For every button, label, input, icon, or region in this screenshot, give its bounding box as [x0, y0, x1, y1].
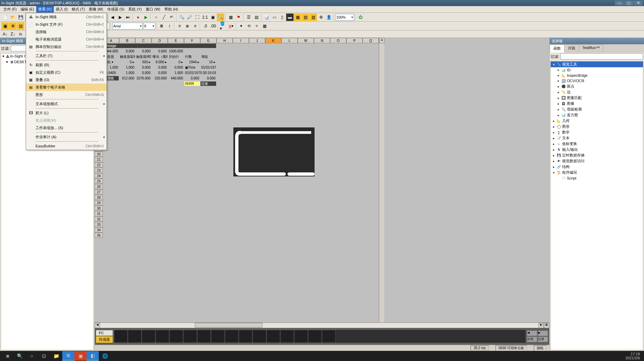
tool-tree-item[interactable]: ▸👁视觉数据访问: [551, 158, 643, 164]
cell[interactable]: [200, 87, 216, 92]
cell[interactable]: [168, 168, 184, 173]
palette-tab[interactable]: 函数: [550, 45, 565, 52]
cell[interactable]: [216, 119, 233, 124]
cell[interactable]: [135, 200, 152, 205]
cell[interactable]: [135, 92, 152, 97]
palette-filter-input[interactable]: [560, 53, 643, 59]
menu-item[interactable]: 🎞胶片 (L): [26, 109, 107, 117]
system-tray[interactable]: 17:18 2021/2/6: [623, 352, 643, 360]
fx1-button[interactable]: ✦: [237, 22, 245, 30]
cell[interactable]: 500 ▸: [135, 59, 152, 65]
nav-last-button[interactable]: ⏭: [124, 14, 132, 21]
cell[interactable]: [314, 184, 330, 189]
cell[interactable]: [152, 227, 168, 232]
cell[interactable]: [119, 92, 135, 97]
cell[interactable]: [330, 141, 346, 146]
cell[interactable]: [346, 87, 363, 92]
cell[interactable]: [152, 184, 168, 189]
tool-tree-item[interactable]: ▸📊ID: [551, 67, 643, 73]
cell[interactable]: [265, 49, 281, 54]
cell[interactable]: [233, 92, 249, 97]
cell[interactable]: [216, 135, 233, 140]
cell[interactable]: [168, 189, 184, 194]
cell[interactable]: 触发器间隔: [135, 54, 152, 59]
cell[interactable]: [265, 97, 281, 102]
cell[interactable]: [281, 200, 298, 205]
cell[interactable]: [330, 92, 346, 97]
cell[interactable]: [265, 233, 281, 238]
cell[interactable]: [168, 87, 184, 92]
col-header[interactable]: D: [152, 38, 168, 43]
cell[interactable]: [249, 189, 265, 194]
row-header[interactable]: 35: [95, 233, 103, 238]
cell[interactable]: 0.000: [152, 65, 168, 70]
cell[interactable]: [265, 168, 281, 173]
cell[interactable]: [314, 65, 330, 70]
align-center-button[interactable]: ≣: [184, 22, 191, 30]
cell[interactable]: [119, 114, 135, 119]
cell[interactable]: [346, 59, 363, 65]
cell[interactable]: [152, 178, 168, 184]
cell[interactable]: [168, 81, 184, 86]
menu-item[interactable]: 作业审计 (A)▸: [26, 133, 107, 141]
cell[interactable]: [314, 43, 330, 48]
cell[interactable]: [281, 108, 298, 113]
fs-next-button[interactable]: ▶: [538, 331, 548, 336]
cell[interactable]: [233, 173, 249, 178]
cell[interactable]: [281, 195, 298, 200]
fx4-button[interactable]: ▦: [261, 22, 268, 30]
cell[interactable]: [281, 103, 298, 108]
cell[interactable]: [249, 157, 265, 162]
cell[interactable]: [330, 124, 346, 129]
zoom-fit-button[interactable]: ⛶: [193, 14, 201, 21]
cell[interactable]: [363, 222, 379, 227]
tool-tree-item[interactable]: ▸🔗结构: [551, 164, 643, 170]
cell[interactable]: [103, 157, 119, 162]
cell[interactable]: [265, 195, 281, 200]
cell[interactable]: [298, 200, 314, 205]
cell[interactable]: [233, 124, 249, 129]
cell[interactable]: [119, 130, 135, 135]
cell[interactable]: [330, 168, 346, 173]
cell[interactable]: [363, 189, 379, 194]
cell[interactable]: [314, 151, 330, 157]
cell[interactable]: [363, 162, 379, 167]
cell[interactable]: [265, 157, 281, 162]
cell[interactable]: [281, 157, 298, 162]
cell[interactable]: [216, 184, 233, 189]
cell[interactable]: [249, 206, 265, 211]
cell[interactable]: [298, 173, 314, 178]
cell[interactable]: 曝光（毫秒）: [152, 54, 168, 59]
flag-red-button[interactable]: ⚑: [235, 14, 242, 21]
cell[interactable]: [184, 108, 200, 113]
menu-item[interactable]: 文本缩放模式▸: [26, 100, 107, 107]
cell[interactable]: [200, 157, 216, 162]
italic-button[interactable]: I: [166, 22, 173, 30]
cell[interactable]: [281, 233, 298, 238]
cell[interactable]: [233, 227, 249, 232]
cell[interactable]: [103, 168, 119, 173]
cell[interactable]: [184, 222, 200, 227]
cell[interactable]: [281, 130, 298, 135]
zoom-100-button[interactable]: 1:1: [201, 14, 209, 21]
cell[interactable]: [346, 130, 363, 135]
cell[interactable]: [314, 97, 330, 102]
list-button[interactable]: ☰: [245, 14, 252, 21]
row-header[interactable]: 24: [95, 173, 103, 178]
cell[interactable]: [135, 184, 152, 189]
cell[interactable]: [184, 178, 200, 184]
cell[interactable]: [233, 43, 249, 48]
cell[interactable]: [216, 157, 233, 162]
cell[interactable]: [363, 108, 379, 113]
cell[interactable]: [184, 119, 200, 124]
cell[interactable]: [200, 173, 216, 178]
cell[interactable]: [265, 162, 281, 167]
cell[interactable]: [249, 87, 265, 92]
cell[interactable]: [330, 222, 346, 227]
cell[interactable]: [330, 233, 346, 238]
cell[interactable]: [363, 135, 379, 140]
close-button[interactable]: ✕: [634, 1, 643, 5]
zoom-region-button[interactable]: ▣: [209, 14, 216, 21]
cell[interactable]: [298, 54, 314, 59]
app4-button[interactable]: 🌐: [99, 351, 111, 361]
